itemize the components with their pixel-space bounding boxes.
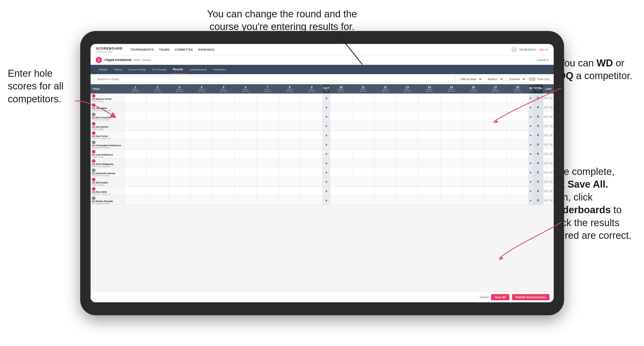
score-input-h5[interactable] [213, 187, 234, 196]
score-cell-h7[interactable] [257, 187, 279, 196]
search-input[interactable] [95, 76, 455, 82]
score-cell-h15[interactable] [440, 177, 462, 187]
score-cell-h4[interactable] [190, 177, 212, 187]
score-cell-h13[interactable] [396, 196, 418, 205]
score-input-h7[interactable] [257, 112, 278, 121]
score-input-h6[interactable] [235, 159, 256, 168]
score-cell-h6[interactable] [235, 131, 257, 140]
score-input-h14[interactable] [418, 196, 440, 205]
score-cell-h13[interactable] [396, 131, 418, 140]
score-input-h8[interactable] [279, 131, 301, 140]
toggle-box[interactable] [529, 77, 536, 81]
score-input-h7[interactable] [257, 159, 278, 168]
score-input-h10[interactable] [330, 94, 352, 103]
score-cell-h2[interactable] [146, 159, 168, 168]
score-cell-h2[interactable] [146, 140, 168, 149]
score-cell-h11[interactable] [352, 94, 374, 103]
score-input-h13[interactable] [396, 149, 418, 158]
score-input-h6[interactable] [235, 168, 256, 177]
score-input-h12[interactable] [374, 121, 396, 130]
score-cell-h6[interactable] [235, 121, 257, 131]
score-cell-h8[interactable] [279, 140, 301, 149]
score-input-h11[interactable] [352, 168, 374, 177]
score-input-h2[interactable] [146, 121, 168, 130]
score-cell-h14[interactable] [418, 103, 440, 112]
score-input-h11[interactable] [352, 94, 374, 103]
score-input-h2[interactable] [146, 149, 168, 158]
score-cell-h3[interactable] [168, 121, 190, 131]
score-cell-h4[interactable] [190, 149, 212, 159]
score-cell-h17[interactable] [484, 196, 506, 205]
score-cell-h7[interactable] [257, 168, 279, 177]
score-cell-h18[interactable] [506, 94, 528, 103]
score-input-h5[interactable] [213, 103, 234, 112]
score-cell-h9[interactable] [301, 94, 323, 103]
score-input-h17[interactable] [485, 177, 506, 186]
score-cell-h9[interactable] [301, 149, 323, 159]
score-input-h7[interactable] [257, 140, 278, 149]
score-cell-h5[interactable] [212, 168, 234, 177]
score-cell-h15[interactable] [440, 187, 462, 196]
score-cell-h17[interactable] [484, 168, 506, 177]
score-cell-h8[interactable] [279, 112, 301, 121]
score-input-h4[interactable] [191, 140, 212, 149]
score-input-h18[interactable] [507, 140, 528, 149]
score-input-h10[interactable] [330, 131, 352, 140]
score-cell-h13[interactable] [396, 140, 418, 149]
score-input-h6[interactable] [235, 94, 256, 103]
score-input-h3[interactable] [168, 131, 190, 140]
score-cell-h8[interactable] [279, 168, 301, 177]
score-input-h9[interactable] [301, 131, 323, 140]
score-input-h12[interactable] [374, 112, 396, 121]
score-cell-h11[interactable] [352, 168, 374, 177]
score-cell-h15[interactable] [440, 140, 462, 149]
wd-button[interactable]: WD [543, 125, 549, 127]
score-cell-h2[interactable] [146, 168, 168, 177]
score-cell-h1[interactable] [124, 112, 146, 121]
score-cell-h7[interactable] [257, 121, 279, 131]
score-cell-h7[interactable] [257, 159, 279, 168]
score-cell-h17[interactable] [484, 121, 506, 131]
score-cell-h12[interactable] [374, 168, 396, 177]
score-input-h11[interactable] [352, 149, 374, 158]
score-input-h8[interactable] [279, 149, 301, 158]
score-cell-h9[interactable] [301, 131, 323, 140]
score-input-h14[interactable] [418, 121, 440, 130]
score-cell-h10[interactable] [330, 187, 352, 196]
score-input-h10[interactable] [330, 121, 352, 130]
score-cell-h4[interactable] [190, 196, 212, 205]
score-input-h2[interactable] [146, 131, 168, 140]
score-input-h16[interactable] [463, 131, 484, 140]
score-cell-h13[interactable] [396, 149, 418, 159]
score-cell-h18[interactable] [506, 196, 528, 205]
filter-team-select[interactable]: Filter by team [458, 76, 483, 82]
score-input-h5[interactable] [213, 140, 234, 149]
score-cell-h8[interactable] [279, 159, 301, 168]
score-input-h15[interactable] [440, 149, 462, 158]
totals-only-toggle[interactable]: Totals Only [529, 77, 550, 81]
score-cell-h17[interactable] [484, 94, 506, 103]
score-cell-h14[interactable] [418, 121, 440, 131]
score-input-h17[interactable] [485, 196, 506, 205]
score-cell-h17[interactable] [484, 149, 506, 159]
score-input-h4[interactable] [191, 131, 212, 140]
score-cell-h7[interactable] [257, 103, 279, 112]
score-cell-h16[interactable] [462, 94, 484, 103]
score-cell-h6[interactable] [235, 94, 257, 103]
score-input-h14[interactable] [418, 149, 440, 158]
score-cell-h11[interactable] [352, 121, 374, 131]
score-input-h16[interactable] [463, 140, 484, 149]
score-input-h2[interactable] [146, 140, 168, 149]
wd-button[interactable]: WD [543, 171, 549, 174]
score-cell-h9[interactable] [301, 159, 323, 168]
score-cell-h4[interactable] [190, 94, 212, 103]
score-cell-h12[interactable] [374, 196, 396, 205]
score-cell-h14[interactable] [418, 149, 440, 159]
score-cell-h12[interactable] [374, 140, 396, 149]
score-input-h7[interactable] [257, 168, 278, 177]
dq-button[interactable]: DQ [549, 125, 554, 127]
score-cell-h4[interactable] [190, 159, 212, 168]
score-cell-h5[interactable] [212, 112, 234, 121]
score-cell-h4[interactable] [190, 103, 212, 112]
score-cell-h6[interactable] [235, 103, 257, 112]
